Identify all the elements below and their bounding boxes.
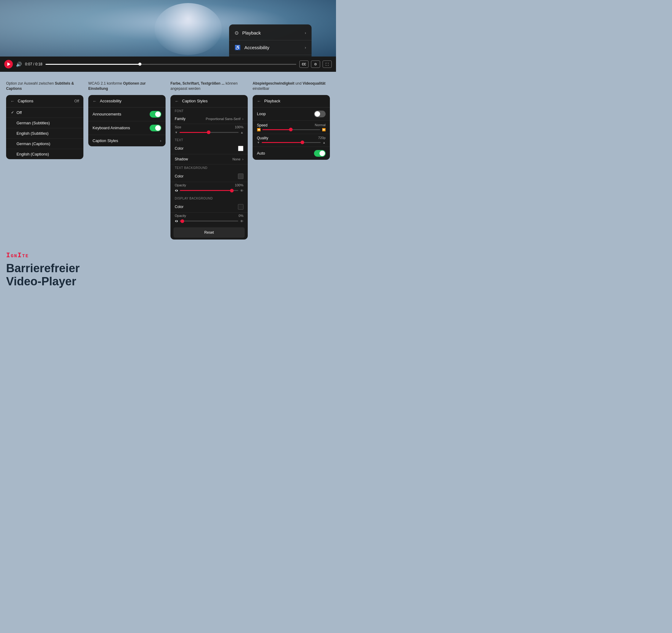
branding-section: IgnIte Barrierefreier Video-Player [0, 245, 336, 298]
play-button[interactable] [4, 60, 13, 68]
progress-fill [46, 64, 141, 65]
play-icon [7, 62, 10, 66]
menu-divider-1 [229, 40, 312, 40]
quality-slider-container: ▼ ▲ [253, 141, 330, 147]
keyboard-animations-knob [155, 125, 161, 131]
speed-header: Speed Normal [253, 121, 330, 128]
volume-icon[interactable]: 🔊 [16, 62, 22, 67]
font-size-label: Size [175, 125, 181, 129]
captions-item-off[interactable]: ✓ Off [6, 108, 83, 118]
quality-slider[interactable] [262, 142, 321, 143]
bg-opacity-slider-container: 👁‍🗨 👁 [170, 188, 248, 195]
display-opacity-value: 0% [239, 214, 243, 217]
cc-button[interactable]: CC [299, 61, 309, 68]
feature-col-accessibility: WCAG 2.1 konforme Optionen zur Einstellu… [88, 81, 166, 239]
captions-item-german-cap[interactable]: German (Captions) [6, 139, 83, 149]
text-shadow-chevron: › [242, 157, 243, 161]
feature-label-caption-styles: Farbe, Schriftart, Textgrößen ... können… [170, 81, 248, 91]
keyboard-animations-toggle[interactable] [150, 125, 161, 131]
feature-label-accessibility: WCAG 2.1 konforme Optionen zur Einstellu… [88, 81, 166, 91]
display-opacity-slider[interactable] [180, 220, 238, 221]
panel-accessibility-title: Accessibility [100, 99, 122, 103]
font-section-label: Font [170, 108, 248, 114]
bg-color-row[interactable]: Color [170, 171, 248, 182]
progress-thumb [138, 63, 141, 66]
auto-row: Auto [253, 147, 330, 160]
accessibility-icon: ♿ [235, 45, 241, 50]
logo-text: IgnIte [6, 252, 29, 259]
announcements-toggle[interactable] [150, 111, 161, 118]
caption-styles-link-chevron: › [160, 138, 161, 143]
font-size-header: Size 100% [170, 124, 248, 130]
menu-item-captions[interactable]: CC Captions Off › [229, 55, 312, 56]
settings-button[interactable]: ⚙ [311, 61, 320, 68]
speed-fill [262, 129, 291, 130]
caption-styles-back-arrow[interactable]: ← [175, 99, 179, 103]
text-color-row[interactable]: Color [170, 143, 248, 154]
captions-item-english-cap[interactable]: English (Captions) [6, 149, 83, 159]
panel-captions-header-right: Off [74, 99, 79, 103]
speed-slow-icon: ⏪ [257, 128, 261, 131]
speed-thumb [289, 128, 293, 131]
menu-item-accessibility-left: ♿ Accessibility [235, 45, 269, 50]
video-figure [154, 3, 222, 55]
brand-title-line1: Barrierefreier [6, 262, 80, 275]
auto-label: Auto [257, 151, 265, 156]
auto-toggle[interactable] [314, 150, 326, 157]
announcements-knob [155, 112, 161, 117]
quality-fill [262, 142, 303, 143]
text-shadow-right: None › [233, 157, 243, 161]
caption-styles-link-row[interactable]: Caption Styles › [88, 135, 166, 146]
loop-toggle[interactable] [314, 111, 326, 117]
panel-captions-header: ← Captions Off [6, 95, 83, 108]
bg-color-label: Color [175, 174, 184, 179]
brand-title-line2: Video-Player [6, 275, 76, 288]
menu-item-accessibility[interactable]: ♿ Accessibility › [229, 41, 312, 54]
bg-opacity-slider[interactable] [180, 190, 238, 191]
menu-item-playback-label: Playback [242, 30, 261, 36]
text-shadow-row[interactable]: Shadow None › [170, 154, 248, 164]
keyboard-animations-row: Keyboard Animations [88, 121, 166, 135]
playback-back-arrow[interactable]: ← [257, 99, 261, 103]
font-size-slider[interactable] [179, 132, 239, 133]
fullscreen-button[interactable]: ⛶ [322, 61, 332, 68]
font-family-row[interactable]: Family Proportional Sans-Serif › [170, 114, 248, 124]
panel-accessibility: ← Accessibility Announcements Keyboard A… [88, 95, 166, 146]
video-player: ⊙ Playback › ♿ Accessibility › CC Captio… [0, 0, 336, 72]
panel-accessibility-header: ← Accessibility [88, 95, 166, 108]
display-opacity-label: Opacity [175, 214, 186, 217]
captions-back-arrow[interactable]: ← [10, 99, 15, 103]
panel-playback-title: Playback [264, 99, 281, 103]
playback-icon: ⊙ [235, 30, 239, 36]
font-size-value: 100% [235, 125, 243, 129]
menu-item-playback[interactable]: ⊙ Playback › [229, 26, 312, 40]
captions-item-german-sub[interactable]: German (Subtitles) [6, 118, 83, 128]
menu-item-playback-left: ⊙ Playback [235, 30, 261, 36]
quality-header: Quality 720p [253, 134, 330, 141]
reset-button[interactable]: Reset [173, 227, 245, 238]
display-opacity-max-icon: 👁 [240, 219, 243, 223]
quality-value: 720p [318, 136, 326, 140]
brand-title: Barrierefreier Video-Player [6, 262, 330, 288]
captions-item-english-sub[interactable]: English (Subtitles) [6, 128, 83, 139]
accessibility-back-arrow[interactable]: ← [93, 99, 97, 103]
bg-opacity-header: Opacity 100% [170, 182, 248, 188]
control-icons: CC ⚙ ⛶ [299, 61, 332, 68]
font-size-min-icon: ▼ [175, 131, 178, 134]
display-color-row[interactable]: Color [170, 201, 248, 213]
text-shadow-value: None [233, 157, 240, 161]
speed-slider[interactable] [262, 129, 320, 130]
progress-bar[interactable] [46, 64, 296, 65]
font-family-value: Proportional Sans-Serif [206, 117, 241, 121]
bg-opacity-fill [180, 190, 233, 191]
captions-label-off: Off [17, 110, 22, 115]
bg-color-swatch [238, 173, 243, 179]
playback-chevron: › [305, 30, 306, 35]
quality-thumb [301, 141, 304, 144]
display-opacity-slider-container: 👁‍🗨 👁 [170, 218, 248, 226]
accessibility-chevron: › [305, 45, 306, 50]
display-opacity-min-icon: 👁‍🗨 [175, 220, 178, 223]
caption-styles-link-label: Caption Styles [93, 138, 118, 143]
speed-fast-icon: ⏩ [322, 128, 326, 131]
feature-label-captions: Option zur Auswahl zwischen Subtitels & … [6, 81, 83, 91]
